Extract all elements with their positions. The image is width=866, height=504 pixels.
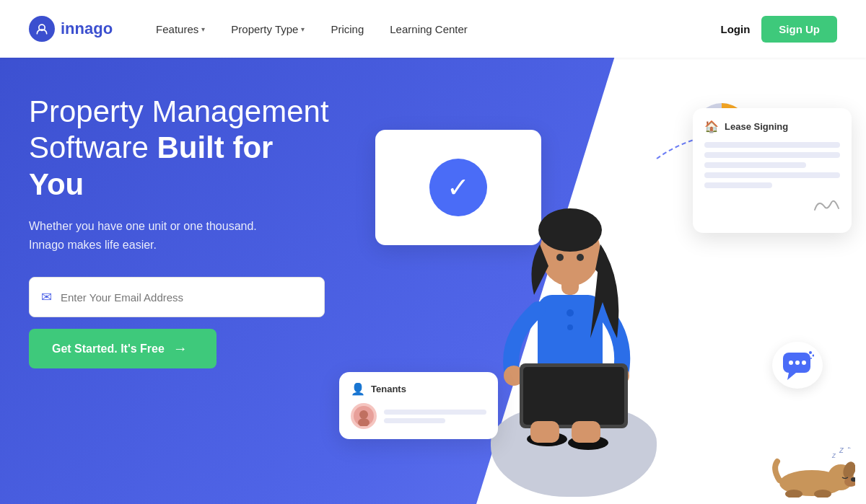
svg-marker-25	[787, 373, 796, 380]
signup-button[interactable]: Sign Up	[761, 16, 837, 43]
nav-actions: Login Sign Up	[721, 16, 838, 43]
svg-text:z: z	[839, 447, 844, 455]
lease-card-lines	[704, 142, 840, 188]
svg-point-30	[812, 354, 814, 356]
nav-features[interactable]: Features ▾	[156, 23, 205, 35]
sleeping-dog: z z z	[769, 447, 855, 500]
hero-title: Property Management Software Built for Y…	[29, 94, 332, 203]
tenant-line-2	[384, 418, 445, 423]
lease-line-3	[704, 162, 806, 168]
tenant-avatar	[351, 403, 377, 429]
svg-rect-11	[523, 367, 624, 425]
tenants-card-header: 👤 Tenants	[351, 382, 486, 396]
svg-rect-20	[572, 421, 600, 443]
person-icon: 👤	[351, 382, 365, 396]
lease-card-title: Lease Signing	[725, 121, 788, 132]
logo-icon	[29, 16, 55, 42]
email-input-wrapper: ✉	[29, 277, 325, 317]
svg-point-31	[810, 358, 812, 359]
cta-button-label: Get Started. It's Free	[52, 342, 165, 355]
hero-title-line1: Property Management	[29, 94, 329, 128]
nav-pricing[interactable]: Pricing	[331, 23, 364, 35]
hero-title-software: Software	[29, 131, 157, 164]
hero-subtitle: Whether you have one unit or one thousan…	[29, 217, 332, 254]
svg-point-14	[538, 208, 602, 252]
cta-button[interactable]: Get Started. It's Free →	[29, 329, 216, 368]
card-tenants: 👤 Tenants	[339, 372, 498, 439]
tenant-line-1	[384, 410, 486, 415]
email-input[interactable]	[61, 291, 312, 304]
svg-point-16	[577, 254, 584, 261]
email-icon: ✉	[41, 289, 52, 305]
nav-pricing-label: Pricing	[331, 23, 364, 35]
signature-icon	[704, 195, 840, 221]
svg-point-6	[567, 309, 574, 317]
tenant-info-lines	[384, 410, 486, 423]
hero-content: Property Management Software Built for Y…	[29, 94, 332, 368]
lease-line-5	[704, 182, 772, 188]
svg-point-29	[809, 351, 812, 354]
lease-line-2	[704, 152, 840, 158]
svg-point-28	[802, 361, 806, 365]
nav-links: Features ▾ Property Type ▾ Pricing Learn…	[156, 23, 720, 35]
svg-point-22	[359, 410, 368, 419]
lease-card-header: 🏠 Lease Signing	[704, 120, 840, 133]
chevron-down-icon: ▾	[301, 25, 305, 33]
hero-title-line2: Software Built for You	[29, 131, 273, 200]
brand-name: innago	[61, 19, 113, 38]
svg-rect-19	[530, 421, 559, 443]
svg-point-26	[789, 361, 793, 365]
illustration-area: ✓ 🏠 Lease Signing	[332, 58, 866, 504]
lease-line-4	[704, 172, 840, 178]
person-illustration	[433, 122, 707, 504]
login-button[interactable]: Login	[721, 23, 751, 35]
tenants-card-title: Tenants	[371, 384, 406, 394]
chevron-down-icon: ▾	[201, 25, 205, 33]
svg-point-7	[567, 324, 573, 330]
cta-arrow-icon: →	[173, 340, 188, 357]
logo[interactable]: innago	[29, 16, 113, 42]
nav-learning-center-label: Learning Center	[390, 23, 468, 35]
person-svg	[484, 151, 686, 468]
chat-icon-float	[772, 342, 823, 389]
navbar: innago Features ▾ Property Type ▾ Pricin…	[0, 0, 866, 58]
nav-property-type[interactable]: Property Type ▾	[231, 23, 305, 35]
nav-property-type-label: Property Type	[231, 23, 298, 35]
tenant-row	[351, 403, 486, 429]
nav-learning-center[interactable]: Learning Center	[390, 23, 468, 35]
nav-features-label: Features	[156, 23, 198, 35]
lease-line-1	[704, 142, 840, 148]
svg-point-15	[556, 254, 564, 261]
svg-point-27	[795, 361, 800, 365]
card-lease: 🏠 Lease Signing	[693, 108, 852, 233]
svg-text:z: z	[847, 447, 852, 450]
svg-text:z: z	[831, 451, 836, 459]
